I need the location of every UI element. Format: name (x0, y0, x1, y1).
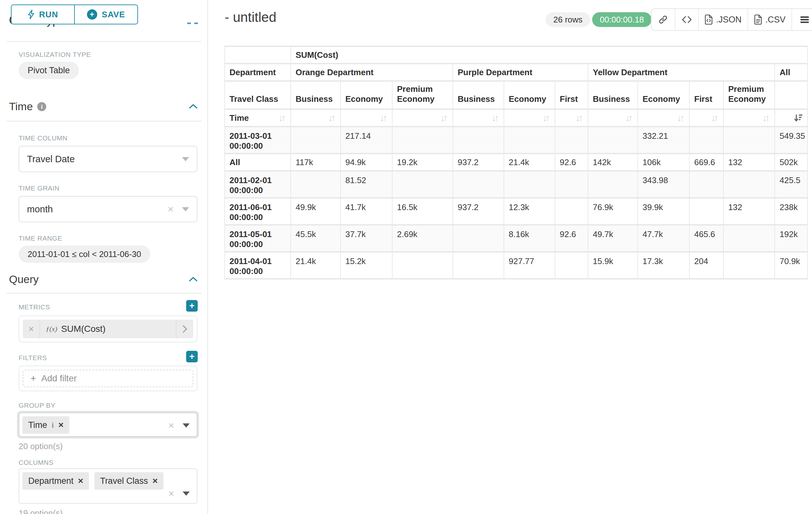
remove-chip-icon[interactable]: × (152, 476, 157, 486)
run-button[interactable]: RUN (11, 5, 75, 24)
file-text-icon (754, 15, 762, 25)
menu-button[interactable] (792, 9, 812, 30)
remove-metric-icon[interactable]: × (23, 324, 39, 334)
code-icon (682, 16, 692, 23)
sort-icon[interactable]: ↓↑ (328, 112, 336, 124)
col-header: Premium Economy (393, 82, 453, 109)
columns-select[interactable]: Department × Travel Class × × (19, 468, 197, 504)
department-axis-label: Department (225, 64, 290, 80)
group-by-label: GROUP BY (19, 402, 55, 409)
time-grain-select[interactable]: month × (19, 196, 197, 222)
table-row: 2011-05-01 00:00:00 45.5k37.7k 2.69k 8.1… (225, 225, 807, 251)
metric-chip-label: SUM(Cost) (61, 324, 105, 334)
info-icon: i (37, 102, 46, 111)
group-header-purple: Purple Department (453, 64, 588, 80)
row-label: 2011-04-01 00:00:00 (225, 252, 290, 278)
sort-icon[interactable]: ↓↑ (491, 112, 499, 124)
pivot-table: SUM(Cost) Department Orange Department P… (224, 46, 808, 279)
row-label: 2011-05-01 00:00:00 (225, 225, 290, 251)
sort-icon[interactable]: ↓↑ (762, 112, 770, 124)
copy-link-button[interactable] (651, 9, 675, 30)
time-grain-value: month (27, 204, 168, 215)
columns-chip-travel-class[interactable]: Travel Class × (94, 472, 163, 490)
chart-title: - untitled (225, 10, 276, 25)
group-by-select[interactable]: Time i × × (19, 412, 197, 437)
clear-icon[interactable]: × (168, 204, 174, 214)
chevron-down-icon[interactable] (183, 424, 190, 428)
col-header: First (555, 82, 588, 109)
table-row: 2011-02-01 00:00:00 81.52 343.98 425.5 (225, 171, 807, 197)
sort-icon[interactable]: ↓↑ (677, 112, 685, 124)
clear-icon[interactable]: × (168, 420, 174, 431)
time-axis-label: Time (230, 113, 249, 123)
metric-chip[interactable]: × ƒ(x) SUM(Cost) (23, 320, 193, 338)
clipped-icon-fragment (194, 23, 198, 24)
time-column-value: Travel Date (27, 154, 182, 164)
row-label: 2011-06-01 00:00:00 (225, 198, 290, 224)
save-button[interactable]: + SAVE (75, 5, 137, 24)
col-header: Business (588, 82, 637, 109)
table-row: 2011-03-01 00:00:00 217.14 332.21 549.35 (225, 127, 807, 153)
control-panel: Chart Type RUN + SAVE VISUALIZATION TYPE… (0, 0, 208, 514)
visualization-type-pill[interactable]: Pivot Table (19, 62, 79, 79)
chevron-down-icon[interactable] (183, 491, 190, 496)
travel-class-axis-label: Travel Class (225, 82, 290, 109)
sort-icon[interactable]: ↓↑ (543, 112, 550, 124)
empty-corner-cell (225, 47, 290, 63)
view-query-button[interactable] (675, 9, 699, 30)
collapse-chevron-icon[interactable] (189, 276, 198, 282)
sort-icon[interactable]: ↓↑ (278, 112, 286, 124)
export-toolbar: .JSON .CSV (651, 8, 812, 31)
group-by-chip-time[interactable]: Time i × (23, 416, 69, 434)
clear-icon[interactable]: × (168, 488, 174, 498)
superset-explore-view: Chart Type RUN + SAVE VISUALIZATION TYPE… (0, 0, 812, 514)
filters-label: FILTERS (19, 354, 47, 362)
remove-chip-icon[interactable]: × (78, 476, 83, 486)
divider (6, 41, 202, 42)
file-code-icon (704, 15, 713, 25)
sort-icon[interactable]: ↓↑ (625, 112, 633, 124)
filters-field: + Add filter (19, 366, 197, 391)
chevron-right-icon[interactable] (176, 325, 193, 333)
export-json-label: .JSON (716, 15, 742, 25)
col-header: Economy (341, 82, 392, 109)
sort-icon[interactable]: ↓↑ (711, 112, 719, 124)
col-header: Business (453, 82, 503, 109)
export-json-button[interactable]: .JSON (699, 9, 748, 30)
row-label: All (225, 154, 290, 170)
col-header: Business (291, 82, 340, 109)
divider (6, 121, 202, 121)
export-csv-button[interactable]: .CSV (748, 9, 792, 30)
plus-icon: + (30, 373, 36, 384)
sort-icon[interactable]: ↓↑ (440, 112, 448, 124)
run-save-button-group: RUN + SAVE (11, 4, 138, 24)
table-row-total: All 117k94.9k 19.2k937.2 21.4k92.6 142k1… (225, 154, 807, 170)
time-range-label: TIME RANGE (19, 235, 62, 242)
time-column-select[interactable]: Travel Date (19, 146, 197, 172)
query-section-header: Query (9, 273, 39, 286)
travel-class-header-row: Travel Class Business Economy Premium Ec… (225, 82, 807, 109)
collapse-chevron-icon[interactable] (189, 104, 198, 109)
query-section-title: Query (9, 273, 39, 286)
col-header: Economy (638, 82, 689, 109)
metric-header-cell: SUM(Cost) (291, 47, 807, 63)
add-metric-button[interactable]: + (186, 300, 198, 312)
columns-chip-department[interactable]: Department × (23, 472, 89, 490)
sort-descending-icon[interactable] (780, 113, 803, 123)
row-count-badge: 26 rows (546, 12, 590, 27)
sort-icon[interactable]: ↓↑ (380, 112, 387, 124)
link-icon (658, 15, 668, 24)
export-csv-label: .CSV (765, 15, 786, 25)
row-label: 2011-03-01 00:00:00 (225, 127, 290, 153)
add-filter-button[interactable]: + Add filter (23, 370, 193, 387)
time-column-label: TIME COLUMN (19, 134, 68, 142)
remove-chip-icon[interactable]: × (58, 420, 63, 430)
add-filter-plus-button[interactable]: + (186, 351, 198, 362)
col-header (775, 82, 807, 109)
plus-circle-icon: + (87, 9, 97, 20)
chip-label: Department (28, 476, 74, 486)
clipped-icon-fragment (187, 23, 191, 24)
group-header-orange: Orange Department (291, 64, 453, 80)
time-range-pill[interactable]: 2011-01-01 ≤ col < 2011-06-30 (19, 245, 150, 263)
sort-icon[interactable]: ↓↑ (576, 112, 583, 124)
